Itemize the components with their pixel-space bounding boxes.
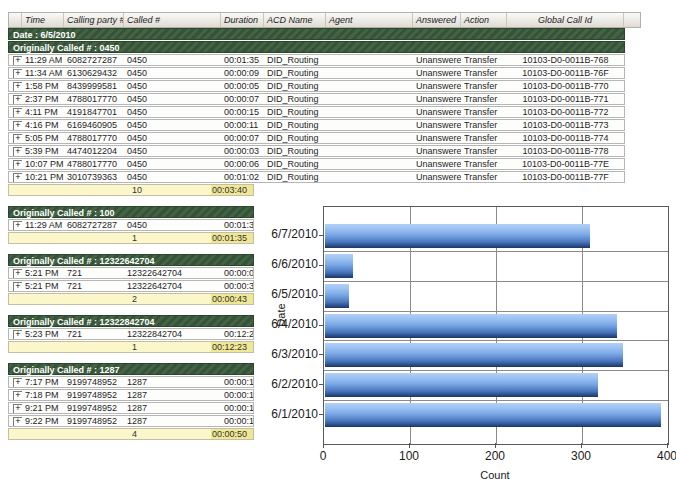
cell-duration: 00:00:09 — [221, 68, 264, 78]
column-header-action[interactable]: Action — [461, 13, 507, 27]
table-row[interactable]: +9:21 PM9199748952128700:00:14 — [8, 402, 254, 414]
cell-agent — [326, 133, 413, 143]
expand-row-button[interactable]: + — [13, 282, 22, 291]
column-header-expander[interactable] — [9, 13, 22, 27]
cell-called: 1287 — [124, 390, 221, 400]
expand-row-button[interactable]: + — [13, 417, 22, 426]
cell-calling_party: 721 — [64, 268, 124, 278]
cell-time: 2:37 PM — [22, 94, 64, 104]
group-summary-row: 200:00:43 — [8, 293, 254, 305]
table-row[interactable]: +11:29 AM6082727287045000:01:35 — [8, 219, 254, 231]
cell-called: 0450 — [124, 55, 221, 65]
cell-calling_party: 8439999581 — [64, 81, 124, 91]
expander-cell: + — [9, 68, 22, 78]
cell-calling_party: 4191847701 — [64, 107, 124, 117]
table-row[interactable]: +11:34 AM6130629432045000:00:09DID_Routi… — [8, 67, 625, 79]
table-row[interactable]: +2:37 PM4788017770045000:00:07DID_Routin… — [8, 93, 625, 105]
expand-row-button[interactable]: + — [13, 378, 22, 387]
cell-acd_name: DID_Routing — [264, 120, 326, 130]
expand-row-button[interactable]: + — [13, 95, 22, 104]
table-row[interactable]: +1:58 PM8439999581045000:00:05DID_Routin… — [8, 80, 625, 92]
column-header-answered[interactable]: Answered — [413, 13, 461, 27]
table-row[interactable]: +5:05 PM4788017770045000:00:07DID_Routin… — [8, 132, 625, 144]
expand-row-button[interactable]: + — [13, 147, 22, 156]
cell-answered: Unanswered — [413, 120, 461, 130]
expand-row-button[interactable]: + — [13, 173, 22, 182]
cell-duration: 00:00:09 — [221, 268, 253, 278]
table-row[interactable]: +5:23 PM7211232284270400:12:23 — [8, 328, 254, 340]
horizontal-gridline — [324, 400, 668, 401]
x-axis-title: Count — [455, 469, 535, 481]
cell-duration: 00:01:02 — [221, 172, 264, 182]
expander-cell: + — [9, 81, 22, 91]
cell-action: Transfer — [461, 81, 507, 91]
table-row[interactable]: +10:21 PM3010739363045000:01:02DID_Routi… — [8, 171, 625, 183]
cell-calling_party: 721 — [64, 329, 124, 339]
summary-call-count: 1 — [111, 233, 211, 243]
expand-row-button[interactable]: + — [13, 330, 22, 339]
expander-cell: + — [9, 281, 22, 291]
cell-called: 1287 — [124, 377, 221, 387]
table-row[interactable]: +7:17 PM9199748952128700:00:13 — [8, 376, 254, 388]
chart-bar — [325, 284, 349, 308]
column-header-acd_name[interactable]: ACD Name — [264, 13, 326, 27]
expand-row-button[interactable]: + — [13, 69, 22, 78]
cell-answered: Unanswered — [413, 94, 461, 104]
cell-acd_name: DID_Routing — [264, 172, 326, 182]
expand-row-button[interactable]: + — [13, 269, 22, 278]
summary-total-duration: 00:00:43 — [211, 294, 253, 304]
table-row[interactable]: +4:11 PM4191847701045000:00:15DID_Routin… — [8, 106, 625, 118]
table-row[interactable]: +10:07 PM4788017770045000:00:06DID_Routi… — [8, 158, 625, 170]
table-row[interactable]: +9:22 PM9199748952128700:00:11 — [8, 415, 254, 427]
expand-row-button[interactable]: + — [13, 134, 22, 143]
column-header-called[interactable]: Called # — [124, 13, 221, 27]
table-row[interactable]: +5:21 PM7211232264270400:00:34 — [8, 280, 254, 292]
cell-action: Transfer — [461, 146, 507, 156]
cell-action: Transfer — [461, 133, 507, 143]
y-tick-label: 6/3/2010 — [270, 348, 318, 361]
cell-calling_party: 4788017770 — [64, 159, 124, 169]
horizontal-gridline — [324, 370, 668, 371]
table-row[interactable]: +5:21 PM7211232264270400:00:09 — [8, 267, 254, 279]
expand-row-button[interactable]: + — [13, 391, 22, 400]
cell-duration: 00:01:35 — [221, 55, 264, 65]
table-row[interactable]: +7:18 PM9199748952128700:00:12 — [8, 389, 254, 401]
cell-acd_name: DID_Routing — [264, 81, 326, 91]
expander-cell: + — [9, 172, 22, 182]
column-header-agent[interactable]: Agent — [326, 13, 413, 27]
expander-cell: + — [9, 107, 22, 117]
table-row[interactable]: +11:29 AM6082727287045000:01:35DID_Routi… — [8, 54, 625, 66]
expand-row-button[interactable]: + — [13, 221, 22, 230]
summary-spacer — [9, 294, 111, 304]
expand-row-button[interactable]: + — [13, 160, 22, 169]
table-row[interactable]: +4:16 PM6169460905045000:00:11DID_Routin… — [8, 119, 625, 131]
cell-called: 1287 — [124, 416, 221, 426]
expand-row-button[interactable]: + — [13, 82, 22, 91]
y-tick-label: 6/2/2010 — [270, 378, 318, 391]
table-row[interactable]: +5:39 PM4474012204045000:00:03DID_Routin… — [8, 145, 625, 157]
expand-row-button[interactable]: + — [13, 121, 22, 130]
expand-row-button[interactable]: + — [13, 404, 22, 413]
cell-called: 0450 — [124, 220, 221, 230]
column-header-global_call_id[interactable]: Global Call Id — [507, 13, 624, 27]
expand-row-button[interactable]: + — [13, 108, 22, 117]
cell-agent — [326, 55, 413, 65]
expander-cell: + — [9, 220, 22, 230]
column-header-duration[interactable]: Duration — [221, 13, 264, 27]
summary-spacer — [9, 233, 111, 243]
cell-time: 10:07 PM — [22, 159, 64, 169]
cell-time: 11:29 AM — [22, 55, 64, 65]
expander-cell: + — [9, 268, 22, 278]
expander-cell: + — [9, 329, 22, 339]
cell-global_call_id: 10103-D0-0011B-76F — [507, 68, 624, 78]
cell-time: 11:34 AM — [22, 68, 64, 78]
column-header-calling_party[interactable]: Calling party # — [64, 13, 124, 27]
cell-answered: Unanswered — [413, 172, 461, 182]
expander-cell: + — [9, 403, 22, 413]
cell-agent — [326, 159, 413, 169]
column-header-time[interactable]: Time — [22, 13, 64, 27]
cell-global_call_id: 10103-D0-0011B-774 — [507, 133, 624, 143]
expand-row-button[interactable]: + — [13, 56, 22, 65]
cell-agent — [326, 107, 413, 117]
cell-action: Transfer — [461, 94, 507, 104]
